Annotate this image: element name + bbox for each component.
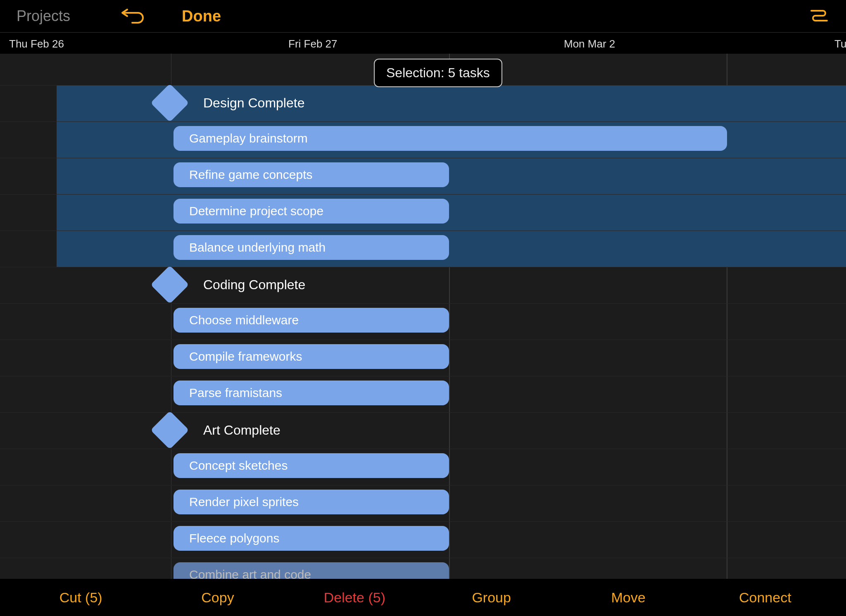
date-label: Mon Mar 2 [564, 38, 615, 50]
done-button[interactable]: Done [182, 7, 221, 25]
delete-button[interactable]: Delete (5) [286, 590, 423, 606]
task-label: Gameplay brainstorm [189, 131, 308, 145]
task-label: Choose middleware [189, 313, 299, 327]
diamond-icon [150, 265, 189, 304]
timeline-row[interactable] [0, 85, 846, 121]
date-label: Thu Feb 26 [9, 38, 64, 50]
date-label: Tu [834, 38, 846, 50]
diamond-icon [150, 411, 189, 449]
timeline-row[interactable] [0, 267, 846, 303]
milestone-label: Design Complete [203, 95, 304, 111]
group-button[interactable]: Group [423, 590, 560, 606]
date-ruler: Thu Feb 26 Fri Feb 27 Mon Mar 2 Tu [0, 32, 846, 54]
task-bar[interactable]: Parse framistans [173, 381, 449, 405]
connect-button[interactable]: Connect [697, 590, 834, 606]
task-label: Balance underlying math [189, 240, 326, 254]
timeline-row[interactable] [0, 412, 846, 449]
menu-icon[interactable] [809, 7, 829, 26]
task-bar[interactable]: Concept sketches [173, 453, 449, 478]
task-bar[interactable]: Choose middleware [173, 308, 449, 333]
task-label: Render pixel sprites [189, 495, 299, 509]
milestone[interactable]: Art Complete [156, 416, 280, 444]
diamond-icon [150, 83, 189, 122]
task-label: Concept sketches [189, 459, 288, 473]
timeline-area[interactable]: Selection: 5 tasks Design Complete Codin… [0, 54, 846, 579]
selection-tooltip: Selection: 5 tasks [374, 59, 502, 87]
undo-icon[interactable] [120, 7, 145, 25]
milestone-label: Coding Complete [203, 277, 305, 293]
move-button[interactable]: Move [560, 590, 696, 606]
task-bar[interactable]: Refine game concepts [173, 162, 449, 187]
top-bar: Projects Done [0, 0, 846, 32]
task-bar[interactable]: Fleece polygons [173, 526, 449, 551]
task-bar[interactable]: Render pixel sprites [173, 490, 449, 514]
task-label: Fleece polygons [189, 531, 279, 545]
milestone[interactable]: Coding Complete [156, 271, 305, 298]
task-bar[interactable]: Compile frameworks [173, 344, 449, 369]
task-label: Parse framistans [189, 386, 282, 400]
cut-button[interactable]: Cut (5) [12, 590, 149, 606]
task-bar[interactable]: Balance underlying math [173, 235, 449, 260]
task-label: Combine art and code [189, 568, 311, 579]
milestone-label: Art Complete [203, 423, 280, 438]
date-label: Fri Feb 27 [288, 38, 337, 50]
task-bar[interactable]: Combine art and code [173, 562, 449, 579]
task-bar[interactable]: Determine project scope [173, 199, 449, 224]
projects-button[interactable]: Projects [17, 7, 70, 25]
action-toolbar: Cut (5) Copy Delete (5) Group Move Conne… [0, 579, 846, 616]
milestone[interactable]: Design Complete [156, 89, 304, 117]
copy-button[interactable]: Copy [149, 590, 286, 606]
task-label: Determine project scope [189, 204, 323, 218]
task-bar[interactable]: Gameplay brainstorm [173, 126, 727, 151]
task-label: Refine game concepts [189, 168, 313, 182]
task-label: Compile frameworks [189, 350, 302, 364]
